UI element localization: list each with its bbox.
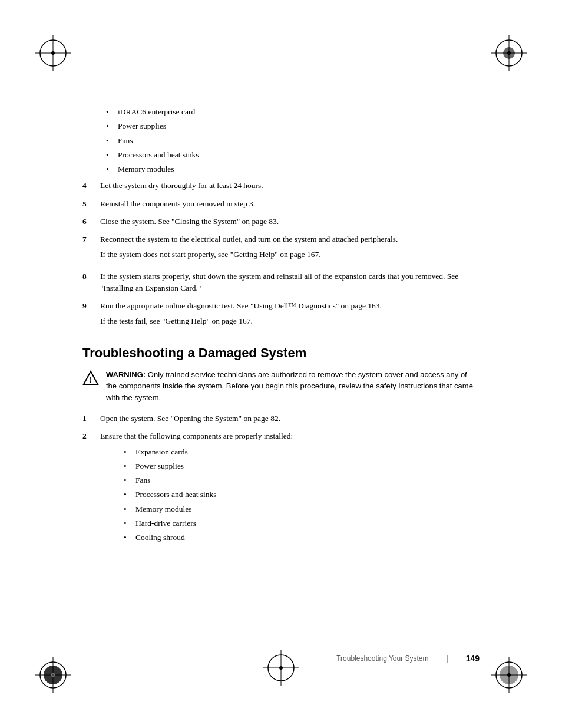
- step-number-5: 5: [82, 198, 100, 210]
- initial-bullet-list: iDRAC6 enterprise card Power supplies Fa…: [106, 106, 480, 175]
- list-item: Power supplies: [124, 460, 480, 472]
- step-number-9: 9: [82, 300, 100, 331]
- corner-mark-tl: [35, 35, 71, 71]
- content-area: iDRAC6 enterprise card Power supplies Fa…: [0, 0, 562, 612]
- border-top: [35, 77, 527, 77]
- list-item: Memory modules: [106, 163, 480, 175]
- footer: Troubleshooting Your System | 149: [0, 654, 562, 663]
- section-step-1: 1 Open the system. See "Opening the Syst…: [82, 413, 480, 424]
- list-item: Power supplies: [106, 120, 480, 132]
- list-item: Processors and heat sinks: [124, 489, 480, 500]
- list-item: Fans: [124, 475, 480, 486]
- warning-box: ! WARNING: Only trained service technici…: [82, 369, 480, 404]
- list-item-cooling-shroud: Cooling shroud: [124, 532, 480, 543]
- footer-separator: |: [447, 654, 448, 663]
- list-item: Fans: [106, 135, 480, 147]
- section-title: Troubleshooting a Damaged System: [82, 345, 480, 361]
- step-content-5: Reinstall the components you removed in …: [100, 198, 480, 210]
- section-bullet-list: Expansion cards Power supplies Fans Proc…: [124, 446, 480, 544]
- section-step-content-2: Ensure that the following components are…: [100, 430, 480, 547]
- step-number-8: 8: [82, 271, 100, 295]
- step-content-7: Reconnect the system to the electrical o…: [100, 233, 480, 265]
- step-4: 4 Let the system dry thoroughly for at l…: [82, 180, 480, 192]
- section-step-number-2: 2: [82, 430, 100, 547]
- warning-text: WARNING: Only trained service technician…: [106, 369, 480, 404]
- page: iDRAC6 enterprise card Power supplies Fa…: [0, 0, 562, 728]
- step-6: 6 Close the system. See "Closing the Sys…: [82, 216, 480, 228]
- list-item: Processors and heat sinks: [106, 149, 480, 161]
- step-content-8: If the system starts properly, shut down…: [100, 271, 480, 295]
- list-item: iDRAC6 enterprise card: [106, 106, 480, 118]
- list-item: Expansion cards: [124, 446, 480, 458]
- warning-icon: !: [82, 370, 99, 389]
- step-8: 8 If the system starts properly, shut do…: [82, 271, 480, 295]
- step-number-7: 7: [82, 233, 100, 265]
- section-step-number-1: 1: [82, 413, 100, 424]
- step-5: 5 Reinstall the components you removed i…: [82, 198, 480, 210]
- footer-text: Troubleshooting Your System | 149: [336, 654, 480, 663]
- step-content-4: Let the system dry thoroughly for at lea…: [100, 180, 480, 192]
- footer-page: 149: [466, 654, 480, 663]
- corner-mark-tr: [491, 35, 527, 71]
- warning-label: WARNING:: [106, 370, 146, 379]
- step-9: 9 Run the appropriate online diagnostic …: [82, 300, 480, 331]
- section-step-content-1: Open the system. See "Opening the System…: [100, 413, 480, 424]
- step-content-6: Close the system. See "Closing the Syste…: [100, 216, 480, 228]
- footer-label: Troubleshooting Your System: [336, 654, 428, 663]
- list-item: Hard-drive carriers: [124, 518, 480, 529]
- section-step-2: 2 Ensure that the following components a…: [82, 430, 480, 547]
- step-number-6: 6: [82, 216, 100, 228]
- svg-text:!: !: [90, 375, 92, 384]
- step-7: 7 Reconnect the system to the electrical…: [82, 233, 480, 265]
- step-number-4: 4: [82, 180, 100, 192]
- warning-body: Only trained service technicians are aut…: [106, 370, 473, 402]
- step-content-9: Run the appropriate online diagnostic te…: [100, 300, 480, 331]
- list-item: Memory modules: [124, 503, 480, 515]
